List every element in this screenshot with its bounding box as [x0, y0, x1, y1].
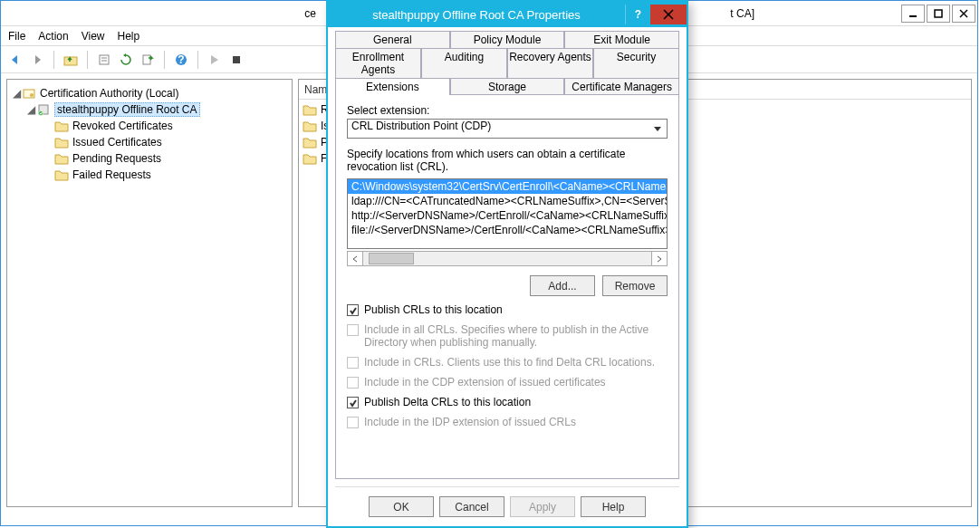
menu-help[interactable]: Help — [118, 30, 140, 43]
add-button[interactable]: Add... — [530, 275, 595, 296]
title-text-left: ce — [3, 7, 320, 20]
extension-select[interactable]: CRL Distribution Point (CDP) — [347, 119, 668, 139]
close-button[interactable] — [952, 5, 975, 23]
check-include-all-crls: Include in all CRLs. Specifies where to … — [347, 323, 668, 349]
menu-action[interactable]: Action — [38, 30, 68, 43]
check-include-idp: Include in the IDP extension of issued C… — [347, 416, 668, 428]
tab-certificate-managers[interactable]: Certificate Managers — [564, 78, 679, 95]
cancel-button[interactable]: Cancel — [439, 496, 504, 517]
dialog-button-bar: OK Cancel Apply Help — [335, 486, 679, 519]
svg-text:?: ? — [178, 53, 184, 66]
scroll-track[interactable] — [363, 252, 651, 265]
location-item[interactable]: ldap:///CN=<CATruncatedName><CRLNameSuff… — [348, 194, 667, 208]
svg-rect-11 — [233, 56, 240, 63]
dialog-help-button[interactable]: ? — [625, 5, 650, 24]
tree-item[interactable]: Failed Requests — [54, 167, 290, 183]
stop-icon[interactable] — [227, 51, 245, 69]
tree-item[interactable]: Revoked Certificates — [54, 118, 290, 134]
apply-button[interactable]: Apply — [510, 496, 575, 517]
scroll-left-icon[interactable] — [348, 252, 363, 265]
location-item[interactable]: http://<ServerDNSName>/CertEnroll/<CaNam… — [348, 208, 667, 223]
menu-file[interactable]: File — [8, 30, 25, 43]
remove-button[interactable]: Remove — [602, 275, 668, 296]
tree-item[interactable]: Issued Certificates — [54, 134, 290, 150]
properties-icon[interactable] — [95, 51, 113, 69]
help-icon[interactable]: ? — [172, 51, 190, 69]
locations-listbox[interactable]: C:\Windows\system32\CertSrv\CertEnroll\<… — [347, 178, 668, 249]
maximize-button[interactable] — [927, 5, 950, 23]
location-item[interactable]: file://<ServerDNSName>/CertEnroll/<CaNam… — [348, 223, 667, 237]
ok-button[interactable]: OK — [369, 496, 434, 517]
server-icon — [36, 102, 51, 117]
title-text-right: t CA] — [730, 7, 899, 20]
check-include-cdp: Include in the CDP extension of issued c… — [347, 376, 668, 389]
check-publish-delta[interactable]: Publish Delta CRLs to this location — [347, 396, 668, 408]
dialog-close-button[interactable] — [650, 5, 687, 24]
menu-view[interactable]: View — [82, 30, 105, 43]
tab-enrollment-agents[interactable]: Enrollment Agents — [335, 48, 421, 78]
tab-extensions[interactable]: Extensions — [335, 78, 450, 95]
tab-policy-module[interactable]: Policy Module — [450, 31, 565, 48]
check-include-crls: Include in CRLs. Clients use this to fin… — [347, 356, 668, 369]
folder-icon — [54, 152, 69, 165]
folder-icon — [303, 120, 317, 132]
horizontal-scrollbar[interactable] — [347, 251, 668, 266]
export-icon[interactable] — [139, 51, 157, 69]
play-icon[interactable] — [206, 51, 224, 69]
location-item[interactable]: C:\Windows\system32\CertSrv\CertEnroll\<… — [348, 179, 667, 194]
up-folder-icon[interactable] — [62, 51, 80, 69]
svg-point-15 — [39, 111, 43, 116]
folder-icon — [54, 120, 69, 132]
select-extension-label: Select extension: — [347, 104, 668, 117]
tree-ca-node[interactable]: ◢ stealthpuppy Offline Root CA — [24, 101, 290, 118]
folder-icon — [54, 136, 69, 149]
back-icon[interactable] — [6, 51, 24, 69]
tree-root[interactable]: ◢ Certification Authority (Local) — [9, 85, 290, 101]
tab-security[interactable]: Security — [593, 48, 679, 78]
help-button[interactable]: Help — [581, 496, 646, 517]
check-publish-crls[interactable]: Publish CRLs to this location — [347, 303, 668, 316]
tab-exit-module[interactable]: Exit Module — [564, 31, 679, 48]
folder-icon — [303, 152, 317, 165]
folder-icon — [54, 168, 69, 181]
svg-point-13 — [30, 93, 34, 97]
tree-item[interactable]: Pending Requests — [54, 150, 290, 167]
properties-dialog: stealthpuppy Offline Root CA Properties … — [326, 0, 688, 528]
dialog-title: stealthpuppy Offline Root CA Properties — [328, 8, 625, 22]
folder-icon — [303, 136, 317, 149]
certificate-icon — [22, 86, 36, 101]
tab-recovery-agents[interactable]: Recovery Agents — [507, 48, 593, 78]
tab-storage[interactable]: Storage — [450, 78, 565, 95]
folder-icon — [303, 103, 317, 116]
tree-panel[interactable]: ◢ Certification Authority (Local) ◢ stea… — [6, 79, 293, 507]
svg-rect-5 — [100, 55, 109, 64]
forward-icon[interactable] — [28, 51, 46, 69]
svg-rect-1 — [935, 10, 942, 17]
dialog-title-bar: stealthpuppy Offline Root CA Properties … — [328, 2, 687, 27]
tab-general[interactable]: General — [335, 31, 450, 48]
scroll-thumb[interactable] — [369, 253, 414, 264]
tab-auditing[interactable]: Auditing — [421, 48, 507, 78]
description-text: Specify locations from which users can o… — [347, 148, 668, 173]
refresh-icon[interactable] — [117, 51, 135, 69]
svg-rect-8 — [143, 55, 150, 64]
scroll-right-icon[interactable] — [651, 252, 667, 265]
tab-content-extensions: Select extension: CRL Distribution Point… — [335, 94, 679, 479]
minimize-button[interactable] — [901, 5, 925, 23]
